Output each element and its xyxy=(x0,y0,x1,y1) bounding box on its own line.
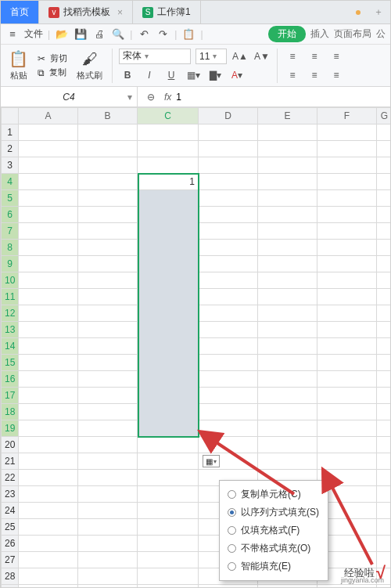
cell-C22[interactable] xyxy=(138,470,199,486)
spreadsheet-grid[interactable]: ABCDEFG123415161718191101111121131141151… xyxy=(1,107,390,588)
cell-G21[interactable] xyxy=(377,453,392,470)
cell-D6[interactable] xyxy=(199,207,258,223)
option-smart-fill[interactable]: 智能填充(E) xyxy=(228,557,320,575)
cell-D14[interactable] xyxy=(199,338,258,355)
cell-D29[interactable] xyxy=(199,585,258,589)
border-button[interactable]: ▦▾ xyxy=(185,67,202,83)
fill-color-button[interactable]: ▇▾ xyxy=(206,67,224,83)
cell-G18[interactable] xyxy=(377,404,392,420)
cell-F19[interactable] xyxy=(317,420,377,437)
cell-G5[interactable] xyxy=(377,190,392,207)
cell-B25[interactable] xyxy=(78,519,138,536)
cell-D3[interactable] xyxy=(199,157,258,174)
row-header-9[interactable]: 9 xyxy=(2,256,19,272)
undo-icon[interactable]: ↶ xyxy=(137,27,151,41)
cell-B11[interactable] xyxy=(78,289,138,305)
cell-D9[interactable] xyxy=(199,256,258,272)
cell-C15[interactable]: 1 xyxy=(138,355,199,371)
cell-C6[interactable]: 1 xyxy=(138,207,199,223)
cell-B15[interactable] xyxy=(78,355,138,371)
cell-B17[interactable] xyxy=(78,388,138,404)
cell-G1[interactable] xyxy=(377,124,392,141)
paste-button[interactable]: 📋 粘贴 xyxy=(5,48,31,83)
font-shrink-icon[interactable]: A▼ xyxy=(253,49,271,64)
cell-F16[interactable] xyxy=(317,371,377,388)
cell-F14[interactable] xyxy=(317,338,377,355)
option-fill-series[interactable]: 以序列方式填充(S) xyxy=(228,503,320,521)
col-header-A[interactable]: A xyxy=(19,108,78,124)
cell-F4[interactable] xyxy=(317,174,377,190)
align-center-icon[interactable]: ≡ xyxy=(306,67,323,83)
col-header-D[interactable]: D xyxy=(199,108,258,124)
cell-B10[interactable] xyxy=(78,272,138,289)
cell-B28[interactable] xyxy=(78,568,138,585)
cell-A3[interactable] xyxy=(19,157,78,174)
cell-A26[interactable] xyxy=(19,536,78,552)
col-header-E[interactable]: E xyxy=(258,108,317,124)
formula-input[interactable] xyxy=(176,92,386,103)
font-color-button[interactable]: A▾ xyxy=(228,67,246,83)
cell-D13[interactable] xyxy=(199,322,258,338)
format-painter-button[interactable]: 🖌 格式刷 xyxy=(74,49,106,83)
cell-C26[interactable] xyxy=(138,536,199,552)
row-header-8[interactable]: 8 xyxy=(2,240,19,256)
cell-E7[interactable] xyxy=(258,223,317,240)
cell-C21[interactable] xyxy=(138,453,199,470)
cell-B9[interactable] xyxy=(78,256,138,272)
cell-G22[interactable] xyxy=(377,470,392,486)
cell-A4[interactable] xyxy=(19,174,78,190)
cell-B8[interactable] xyxy=(78,240,138,256)
cell-G9[interactable] xyxy=(377,256,392,272)
cell-G14[interactable] xyxy=(377,338,392,355)
cell-F13[interactable] xyxy=(317,322,377,338)
row-header-25[interactable]: 25 xyxy=(2,519,19,536)
cell-G17[interactable] xyxy=(377,388,392,404)
cell-A1[interactable] xyxy=(19,124,78,141)
cell-G8[interactable] xyxy=(377,240,392,256)
cell-G29[interactable] xyxy=(377,585,392,589)
row-header-26[interactable]: 26 xyxy=(2,536,19,552)
tab-templates[interactable]: v 找稻壳模板 × xyxy=(39,1,133,23)
cell-B18[interactable] xyxy=(78,404,138,420)
cell-G10[interactable] xyxy=(377,272,392,289)
align-middle-icon[interactable]: ≡ xyxy=(306,49,323,64)
cell-G11[interactable] xyxy=(377,289,392,305)
fx-icon[interactable]: fx xyxy=(164,92,171,103)
cell-A16[interactable] xyxy=(19,371,78,388)
cell-C27[interactable] xyxy=(138,552,199,568)
row-header-7[interactable]: 7 xyxy=(2,223,19,240)
italic-button[interactable]: I xyxy=(141,67,158,83)
new-tab-button[interactable]: ＋ xyxy=(367,1,390,23)
cell-B21[interactable] xyxy=(78,453,138,470)
preview-icon[interactable]: 🔍 xyxy=(111,27,125,41)
cell-A13[interactable] xyxy=(19,322,78,338)
cell-F6[interactable] xyxy=(317,207,377,223)
cell-E3[interactable] xyxy=(258,157,317,174)
ribbon-tab-start[interactable]: 开始 xyxy=(268,26,306,42)
row-header-19[interactable]: 19 xyxy=(2,420,19,437)
cell-C2[interactable] xyxy=(138,141,199,157)
row-header-17[interactable]: 17 xyxy=(2,388,19,404)
cell-B5[interactable] xyxy=(78,190,138,207)
cell-F11[interactable] xyxy=(317,289,377,305)
cell-A15[interactable] xyxy=(19,355,78,371)
col-header-F[interactable]: F xyxy=(317,108,377,124)
cell-B6[interactable] xyxy=(78,207,138,223)
cell-G19[interactable] xyxy=(377,420,392,437)
row-header-10[interactable]: 10 xyxy=(2,272,19,289)
ribbon-tab-insert[interactable]: 插入 xyxy=(310,27,329,41)
cell-B23[interactable] xyxy=(78,486,138,503)
cell-A14[interactable] xyxy=(19,338,78,355)
cell-C3[interactable] xyxy=(138,157,199,174)
cell-D16[interactable] xyxy=(199,371,258,388)
cell-G25[interactable] xyxy=(377,519,392,536)
cell-A25[interactable] xyxy=(19,519,78,536)
cell-C9[interactable]: 1 xyxy=(138,256,199,272)
option-fill-without-format[interactable]: 不带格式填充(O) xyxy=(228,539,320,557)
cell-E29[interactable] xyxy=(258,585,317,589)
cell-G4[interactable] xyxy=(377,174,392,190)
cell-G7[interactable] xyxy=(377,223,392,240)
cell-E12[interactable] xyxy=(258,305,317,322)
cell-F20[interactable] xyxy=(317,437,377,453)
align-bottom-icon[interactable]: ≡ xyxy=(328,49,345,64)
